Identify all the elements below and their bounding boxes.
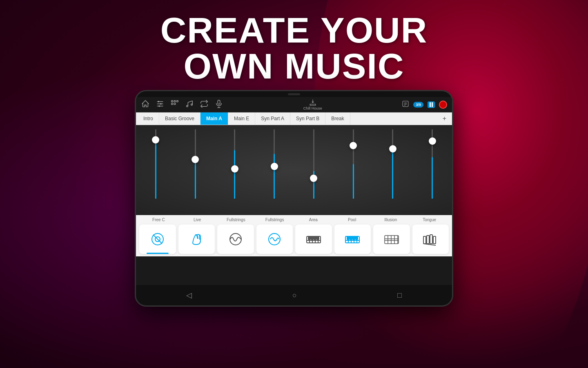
instrument-label-0: Free C <box>139 218 178 222</box>
tablet-wrapper: Chill House 3/9 <box>135 90 453 307</box>
instrument-card-2[interactable] <box>217 224 254 254</box>
svg-rect-37 <box>317 236 319 240</box>
svg-rect-47 <box>356 236 358 240</box>
pause-button[interactable] <box>428 101 435 108</box>
loop-icon[interactable] <box>200 99 209 110</box>
add-tab-button[interactable]: + <box>439 112 450 125</box>
fader-fill-8 <box>432 157 433 199</box>
fader-knob-8[interactable] <box>429 137 436 145</box>
fader-track-5 <box>313 129 314 199</box>
instrument-label-5: Pool <box>333 218 372 222</box>
tab-basic-groove[interactable]: Basic Groove <box>159 112 200 125</box>
fader-fill-3 <box>234 150 235 199</box>
instrument-label-2: Fullstrings <box>217 218 256 222</box>
fader-track-2 <box>195 129 196 199</box>
fader-fill-2 <box>195 161 196 199</box>
headline-line1: CREATE YOUR <box>0 12 588 48</box>
fader-track-4 <box>274 129 275 199</box>
pause-bar-1 <box>430 102 431 107</box>
svg-rect-8 <box>177 100 178 102</box>
svg-line-15 <box>188 101 192 102</box>
page-indicator: 3/9 <box>413 102 423 108</box>
tabs-bar: Intro Basic Groove Main A Main E Syn Par… <box>136 112 452 125</box>
record-button[interactable] <box>439 101 447 109</box>
fader-fill-7 <box>392 147 393 199</box>
pattern-icon[interactable] <box>170 99 179 110</box>
mixer-track-2[interactable] <box>176 125 215 215</box>
mic-icon[interactable] <box>214 99 223 110</box>
fader-knob-2[interactable] <box>192 156 199 163</box>
instrument-label-7: Tongue <box>410 218 449 222</box>
instrument-card-0[interactable] <box>139 224 176 254</box>
fader-knob-6[interactable] <box>350 142 357 149</box>
mixer-track-5[interactable] <box>294 125 334 215</box>
instrument-card-3[interactable] <box>256 224 293 254</box>
svg-rect-10 <box>174 103 176 105</box>
mixer-track-3[interactable] <box>215 125 255 215</box>
svg-point-4 <box>160 103 162 105</box>
mixer-icon[interactable] <box>156 99 165 110</box>
fader-track-8 <box>432 129 433 199</box>
tablet-screen: Chill House 3/9 <box>136 97 452 285</box>
tablet: Chill House 3/9 <box>135 90 453 307</box>
headline-line2: OWN MUSIC <box>0 48 588 84</box>
fullstrings-1-icon <box>228 231 243 247</box>
tongue-icon <box>422 231 439 247</box>
svg-rect-45 <box>350 236 352 240</box>
pool-icon <box>344 231 361 247</box>
fader-track-1 <box>155 129 156 199</box>
tab-syn-part-b[interactable]: Syn Part B <box>290 112 325 125</box>
instrument-card-6[interactable] <box>373 224 410 254</box>
fader-knob-1[interactable] <box>152 136 159 144</box>
fader-fill-6 <box>353 164 354 199</box>
mixer-track-4[interactable] <box>254 125 294 215</box>
svg-rect-56 <box>427 236 429 244</box>
svg-rect-58 <box>433 236 436 244</box>
app-topbar: Chill House 3/9 <box>136 97 452 112</box>
tablet-camera <box>288 93 300 95</box>
svg-point-3 <box>158 101 160 102</box>
mixer-track-8[interactable] <box>412 125 452 215</box>
tab-syn-part-a[interactable]: Syn Part A <box>255 112 290 125</box>
svg-rect-16 <box>218 100 220 104</box>
fader-knob-7[interactable] <box>389 145 396 153</box>
topbar-right: 3/9 <box>402 100 447 109</box>
svg-rect-55 <box>423 236 426 244</box>
notes-icon[interactable] <box>185 99 194 110</box>
instrument-card-4[interactable] <box>295 224 332 254</box>
instrument-card-5[interactable] <box>334 224 371 254</box>
fader-knob-5[interactable] <box>310 175 317 182</box>
svg-rect-7 <box>174 100 176 102</box>
instrument-cards-row <box>139 224 449 254</box>
instruments-section: Free C Live Fullstrings Fullstrings Area… <box>136 215 452 256</box>
mixer-track-1[interactable] <box>136 125 176 215</box>
fader-knob-3[interactable] <box>231 165 238 173</box>
mixer-track-6[interactable] <box>334 125 373 215</box>
recents-button[interactable]: □ <box>397 291 402 300</box>
svg-rect-57 <box>430 235 432 244</box>
tab-intro[interactable]: Intro <box>138 112 159 125</box>
tab-break[interactable]: Break <box>325 112 350 125</box>
android-nav-bar: ◁ ○ □ <box>136 285 452 305</box>
fader-fill-1 <box>155 143 156 199</box>
svg-rect-36 <box>314 236 316 240</box>
live-icon <box>189 231 204 247</box>
illusion-icon <box>383 231 400 247</box>
home-button[interactable]: ○ <box>292 291 297 300</box>
instrument-card-1[interactable] <box>178 224 215 254</box>
tab-main-a[interactable]: Main A <box>200 112 228 125</box>
tab-main-e[interactable]: Main E <box>228 112 255 125</box>
fullstrings-2-icon <box>267 231 282 247</box>
svg-line-24 <box>153 235 162 244</box>
back-button[interactable]: ◁ <box>186 291 192 300</box>
instrument-card-7[interactable] <box>412 224 449 254</box>
topbar-left <box>141 99 223 110</box>
svg-rect-44 <box>347 236 349 240</box>
pause-bar-2 <box>432 102 433 107</box>
svg-rect-46 <box>353 236 355 240</box>
instrument-label-1: Live <box>178 218 217 222</box>
mixer-track-7[interactable] <box>373 125 413 215</box>
fader-knob-4[interactable] <box>271 163 278 170</box>
home-icon[interactable] <box>141 99 150 110</box>
pages-icon[interactable] <box>402 100 409 109</box>
